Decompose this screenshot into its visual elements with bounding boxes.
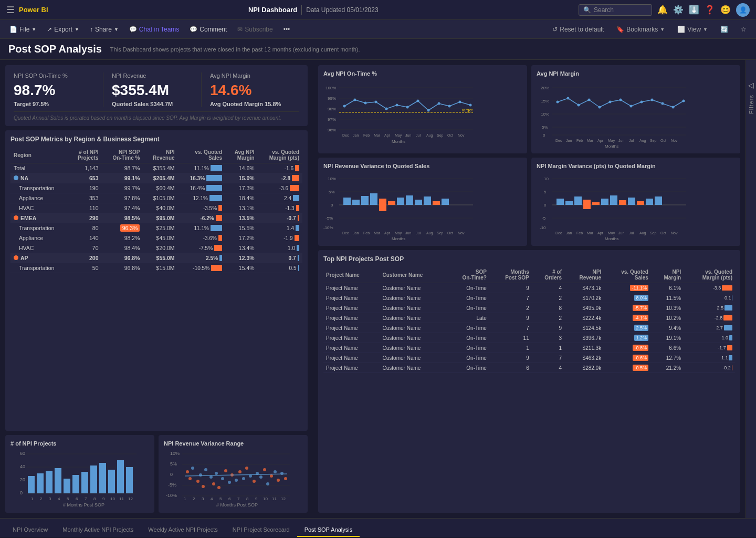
svg-text:Feb: Feb xyxy=(576,231,583,235)
svg-point-56 xyxy=(228,481,231,484)
svg-text:Sep: Sep xyxy=(650,139,657,143)
download-icon[interactable]: ⬇️ xyxy=(689,5,699,15)
svg-text:Jul: Jul xyxy=(416,231,421,235)
search-box[interactable]: 🔍 Search xyxy=(579,4,652,16)
table-row-region: EMEA xyxy=(10,213,68,223)
proj-revenue: $495.0k xyxy=(564,303,604,313)
svg-text:12: 12 xyxy=(128,496,133,501)
svg-text:5%: 5% xyxy=(329,190,335,194)
proj-name: Project Name xyxy=(323,323,380,333)
svg-rect-180 xyxy=(433,201,440,205)
table-row-region: Appliance xyxy=(10,193,68,203)
chat-teams-btn[interactable]: 💬 Chat in Teams xyxy=(125,24,183,35)
reset-btn[interactable]: ↺ Reset to default xyxy=(548,24,608,35)
svg-text:# Months Post SOP: # Months Post SOP xyxy=(63,502,104,508)
tabs-container: NPI OverviewMonthly Active NPI ProjectsW… xyxy=(5,523,360,537)
user-avatar[interactable]: 👤 xyxy=(736,3,750,17)
share-menu[interactable]: ↑ Share ▼ xyxy=(86,24,123,35)
proj-revenue: $170.2k xyxy=(564,293,604,303)
menu-icon[interactable]: ☰ xyxy=(6,4,15,16)
svg-text:# Months Post SOP: # Months Post SOP xyxy=(216,502,258,508)
table-row-region: Transportation xyxy=(10,183,68,193)
table-row-projects: 290 xyxy=(68,213,101,223)
reset-icon: ↺ xyxy=(552,26,558,33)
svg-text:Oct: Oct xyxy=(660,139,666,142)
svg-text:20: 20 xyxy=(20,477,25,482)
notification-icon[interactable]: 🔔 xyxy=(657,5,668,15)
tab-monthly-active-npi-projects[interactable]: Monthly Active NPI Projects xyxy=(55,523,141,537)
tab-npi-overview[interactable]: NPI Overview xyxy=(5,523,55,537)
svg-text:Months: Months xyxy=(392,139,405,144)
svg-point-51 xyxy=(212,482,215,485)
svg-text:Aug: Aug xyxy=(639,139,646,143)
revenue-variance-svg: 10% 5% 0 -5% -10% xyxy=(164,450,290,508)
proj-revenue: $396.7k xyxy=(564,333,604,343)
rev-target-value: $344.7M xyxy=(150,101,173,107)
kpi-revenue-target: Quoted Sales $344.7M xyxy=(112,101,193,107)
refresh-btn[interactable]: 🔄 xyxy=(716,24,732,35)
bookmarks-btn[interactable]: 🔖 Bookmarks ▼ xyxy=(612,24,669,35)
dashboard-title: NPI Dashboard xyxy=(248,6,297,14)
tab-post-sop-analysis[interactable]: Post SOP Analysis xyxy=(297,523,360,537)
table-row-region: NA xyxy=(10,173,68,183)
smiley-icon[interactable]: 😊 xyxy=(720,5,731,15)
file-label: File xyxy=(19,26,29,33)
kpi-margin: Avg NPI Margin 14.6% Avg Quoted Margin 1… xyxy=(202,73,299,107)
svg-rect-10 xyxy=(46,471,52,493)
table-row-vs-quoted: 16.3% xyxy=(178,173,225,183)
svg-text:3: 3 xyxy=(49,496,51,501)
svg-rect-217 xyxy=(583,205,591,209)
comment-btn[interactable]: 💬 Comment xyxy=(185,24,231,35)
favorite-btn[interactable]: ☆ xyxy=(737,24,751,35)
svg-text:-10: -10 xyxy=(540,225,546,230)
top-projects-title: Top NPI Projects Post SOP xyxy=(323,255,735,263)
svg-text:Mar: Mar xyxy=(374,133,381,137)
proj-customer: Customer Name xyxy=(380,313,446,323)
share-label: Share xyxy=(95,26,112,33)
kpi-margin-value: 14.6% xyxy=(210,82,291,99)
svg-rect-15 xyxy=(90,465,97,493)
comment-icon: 💬 xyxy=(190,26,197,33)
proj-margin: 6.1% xyxy=(651,283,684,293)
svg-text:Target: Target xyxy=(461,108,473,112)
col-customer-name: Customer Name xyxy=(380,267,446,283)
svg-text:100%: 100% xyxy=(326,86,336,90)
svg-text:Mar: Mar xyxy=(587,231,594,235)
svg-point-61 xyxy=(245,467,248,470)
settings-icon[interactable]: ⚙️ xyxy=(673,5,684,15)
svg-point-72 xyxy=(284,477,287,480)
more-menu[interactable]: ••• xyxy=(279,24,295,35)
svg-point-65 xyxy=(259,475,262,479)
help-icon[interactable]: ❓ xyxy=(705,5,715,15)
view-btn[interactable]: ⬜ View ▼ xyxy=(673,24,712,35)
svg-point-46 xyxy=(196,480,200,483)
svg-text:Nov: Nov xyxy=(458,133,465,137)
proj-vs-sales: -5.7% xyxy=(604,303,651,313)
subscribe-btn[interactable]: ✉ Subscribe xyxy=(233,24,277,35)
proj-orders: 7 xyxy=(532,353,564,363)
tab-weekly-active-npi-projects[interactable]: Weekly Active NPI Projects xyxy=(141,523,225,537)
export-menu[interactable]: ↗ Export ▼ xyxy=(43,24,83,35)
svg-text:Sep: Sep xyxy=(650,231,657,235)
proj-vs-margin: 1.1 xyxy=(684,353,735,363)
filters-collapse-icon[interactable]: ◁ xyxy=(748,81,754,89)
table-row-margin: 15.4% xyxy=(225,263,258,273)
svg-text:40: 40 xyxy=(20,464,25,469)
svg-text:15%: 15% xyxy=(541,99,549,104)
kpi-revenue-value: $355.4M xyxy=(112,82,193,99)
tab-npi-project-scorecard[interactable]: NPI Project Scorecard xyxy=(225,523,297,537)
table-row-vs-quoted: -6.2% xyxy=(178,213,225,223)
filters-panel[interactable]: ◁ Filters xyxy=(746,60,756,518)
file-menu[interactable]: 📄 File ▼ xyxy=(5,24,40,35)
kpi-ontime-target: Target 97.5% xyxy=(14,101,94,107)
svg-point-45 xyxy=(191,467,194,470)
svg-text:7: 7 xyxy=(237,496,240,501)
avg-margin-title: Avg NPI Margin xyxy=(537,70,735,77)
table-row-projects: 353 xyxy=(68,193,101,203)
svg-point-135 xyxy=(556,101,559,104)
margin-variance-title: NPI Margin Variance (pts) to Quoted Marg… xyxy=(537,163,735,169)
table-row-margin: 12.3% xyxy=(225,253,258,263)
svg-rect-211 xyxy=(610,195,617,205)
proj-orders: 2 xyxy=(532,293,564,303)
svg-text:Jul: Jul xyxy=(629,231,634,235)
